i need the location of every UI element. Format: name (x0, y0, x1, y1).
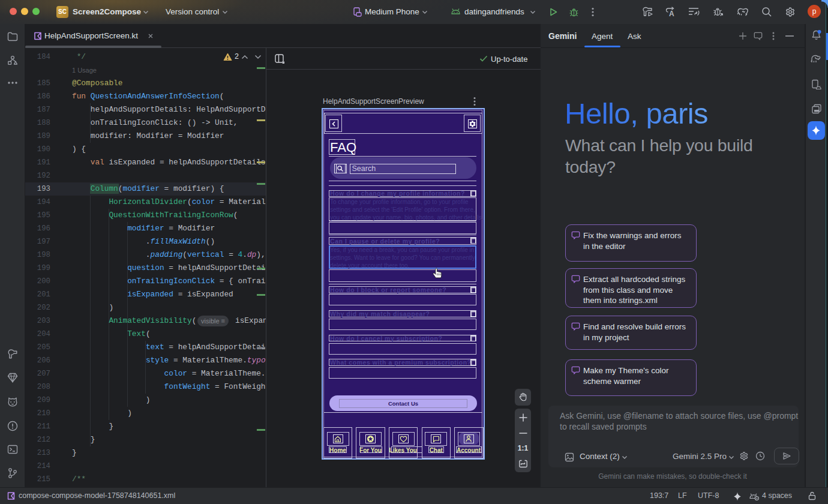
svg-text:A: A (669, 10, 674, 17)
